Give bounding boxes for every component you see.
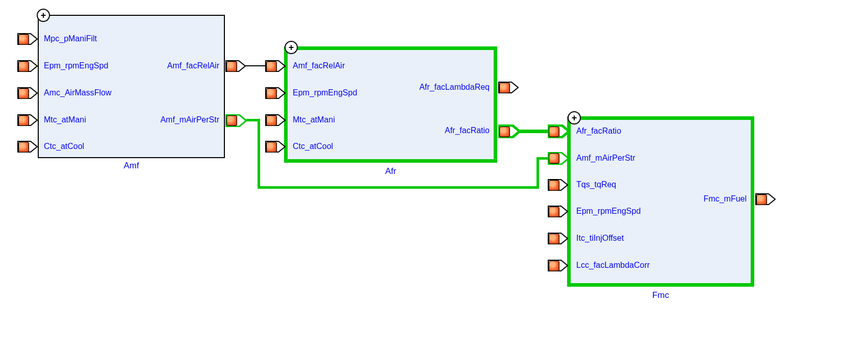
port-label: Lcc_facLambdaCorr	[576, 261, 650, 270]
port-in[interactable]	[17, 87, 34, 99]
port-label: Mtc_atMani	[44, 115, 86, 124]
port-in[interactable]	[265, 141, 282, 153]
port-label: Fmc_mFuel	[704, 194, 747, 204]
port-label: Amf_mAirPerStr	[576, 154, 635, 163]
port-label: Ctc_atCool	[293, 142, 333, 151]
port-in[interactable]	[265, 60, 282, 72]
port-label: Epm_rpmEngSpd	[44, 61, 108, 70]
port-label: Amc_AirMassFlow	[44, 88, 111, 97]
block-amf-label: Amf	[38, 161, 225, 171]
port-label: Afr_facRatio	[576, 127, 621, 136]
port-in[interactable]	[548, 233, 565, 244]
port-out[interactable]	[225, 60, 242, 72]
port-out[interactable]	[225, 114, 242, 126]
port-label: Amf_facRelAir	[293, 61, 345, 70]
port-label: Ctc_atCool	[44, 142, 84, 151]
port-label: Afr_facLambdaReq	[419, 83, 490, 92]
port-in[interactable]	[548, 206, 565, 217]
port-label: Afr_facRatio	[445, 126, 490, 135]
wire	[520, 130, 549, 133]
port-label: Epm_rpmEngSpd	[293, 88, 357, 97]
port-in[interactable]	[548, 179, 565, 191]
block-fmc-label: Fmc	[567, 290, 754, 300]
wire	[537, 157, 539, 189]
port-in[interactable]	[548, 124, 565, 136]
block-afr-label: Afr	[284, 166, 497, 177]
port-in[interactable]	[17, 114, 34, 126]
expand-icon[interactable]: +	[37, 9, 50, 22]
port-label: Epm_rpmEngSpd	[576, 207, 641, 216]
port-in[interactable]	[265, 114, 282, 126]
expand-icon[interactable]: +	[568, 111, 581, 124]
port-in[interactable]	[548, 260, 565, 271]
wire	[258, 186, 539, 189]
port-label: Amf_mAirPerStr	[160, 115, 219, 124]
port-out[interactable]	[498, 82, 515, 93]
wire	[245, 65, 266, 66]
port-label: Amf_facRelAir	[167, 61, 219, 70]
port-label: Itc_tiInjOffset	[576, 234, 624, 243]
port-label: Tqs_tqReq	[576, 180, 616, 189]
port-in[interactable]	[548, 152, 565, 164]
wire	[537, 157, 549, 160]
port-out[interactable]	[755, 193, 772, 205]
port-in[interactable]	[17, 60, 34, 72]
port-in[interactable]	[17, 141, 34, 153]
port-in[interactable]	[17, 33, 34, 45]
port-label: Mtc_atMani	[293, 115, 335, 124]
expand-icon[interactable]: +	[285, 41, 298, 54]
wire	[258, 119, 260, 189]
port-out[interactable]	[498, 124, 515, 136]
port-label: Mpc_pManiFilt	[44, 34, 97, 43]
port-in[interactable]	[265, 87, 282, 99]
